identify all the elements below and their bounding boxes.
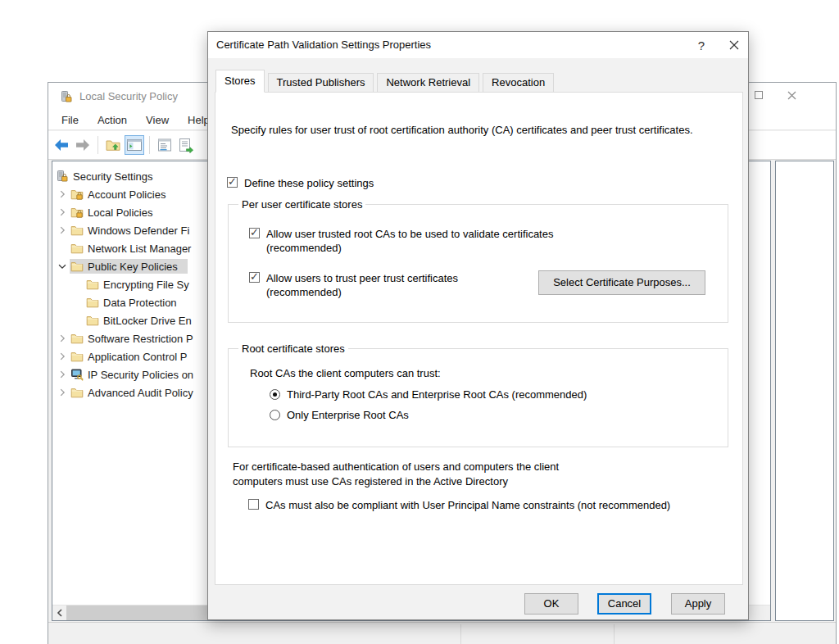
chevron-right-icon[interactable] bbox=[55, 368, 70, 381]
checkbox-sublabel: (recommended) bbox=[266, 285, 458, 299]
properties-icon[interactable] bbox=[155, 135, 175, 155]
forward-icon[interactable] bbox=[73, 135, 93, 155]
back-icon[interactable] bbox=[52, 135, 71, 155]
allow-root-ca-checkbox[interactable] bbox=[249, 228, 260, 238]
auth-note-line: computers must use CAs registered in the… bbox=[233, 474, 559, 489]
chevron-down-icon[interactable] bbox=[55, 260, 70, 273]
tree-item-label: Account Policies bbox=[84, 188, 166, 201]
folder-icon bbox=[70, 242, 84, 255]
root-ca-prompt: Root CAs the client computers can trust: bbox=[250, 367, 441, 379]
dialog-title: Certificate Path Validation Settings Pro… bbox=[216, 39, 431, 51]
properties-dialog: Certificate Path Validation Settings Pro… bbox=[207, 31, 749, 620]
computer-key-icon bbox=[70, 368, 84, 381]
statusbar-divider bbox=[614, 624, 615, 644]
security-icon bbox=[56, 170, 70, 183]
toolbar-separator bbox=[149, 136, 150, 154]
tab-trusted-publishers[interactable]: Trusted Publishers bbox=[268, 73, 374, 93]
folder-icon bbox=[86, 296, 100, 309]
toolbar-separator bbox=[98, 136, 98, 154]
apply-button[interactable]: Apply bbox=[671, 593, 725, 615]
close-icon[interactable] bbox=[778, 83, 805, 107]
window-title: Local Security Policy bbox=[79, 90, 178, 102]
export-list-icon[interactable] bbox=[176, 135, 196, 155]
group-title: Root certificate stores bbox=[238, 342, 348, 355]
tab-revocation[interactable]: Revocation bbox=[483, 73, 554, 93]
group-title: Per user certificate stores bbox=[238, 198, 365, 211]
folder-icon bbox=[70, 260, 84, 273]
expander-slot bbox=[70, 296, 85, 309]
folder-icon bbox=[70, 332, 84, 345]
dialog-close-icon[interactable] bbox=[719, 32, 749, 58]
define-policy-checkbox[interactable] bbox=[227, 177, 238, 188]
tree-item-label: Software Restriction P bbox=[84, 333, 193, 345]
security-policy-app-icon bbox=[60, 90, 73, 103]
folder-lock-icon bbox=[70, 188, 84, 201]
tree-item-label: BitLocker Drive En bbox=[100, 315, 192, 327]
allow-peer-trust-checkbox[interactable] bbox=[249, 272, 260, 283]
screen: Local Security Policy FileActionViewHelp bbox=[0, 0, 839, 644]
checkbox-label: Allow user trusted root CAs to be used t… bbox=[266, 227, 553, 241]
tab-network-retrieval[interactable]: Network Retrieval bbox=[377, 73, 479, 93]
folder-up-icon[interactable] bbox=[103, 135, 123, 155]
auth-note-line: For certificate-based authentication of … bbox=[233, 460, 559, 474]
tree-item-label: Network List Manager bbox=[84, 243, 191, 255]
status-bar bbox=[48, 622, 836, 644]
folder-icon bbox=[86, 314, 100, 327]
tree-item-label: Security Settings bbox=[70, 170, 153, 183]
expander-slot bbox=[70, 278, 85, 291]
tree-item-label: Public Key Policies bbox=[84, 261, 178, 273]
details-pane bbox=[775, 161, 834, 621]
tree-item-label: Local Policies bbox=[84, 206, 153, 219]
auth-note: For certificate-based authentication of … bbox=[233, 460, 559, 489]
checkbox-label: Define these policy settings bbox=[244, 176, 374, 190]
third-party-root-ca-radio[interactable] bbox=[270, 389, 280, 400]
dialog-titlebar: Certificate Path Validation Settings Pro… bbox=[208, 32, 748, 58]
radio-label: Third-Party Root CAs and Enterprise Root… bbox=[287, 388, 587, 401]
intro-text: Specify rules for user trust of root cer… bbox=[231, 124, 693, 136]
tree-item-label: Data Protection bbox=[100, 297, 177, 309]
chevron-right-icon[interactable] bbox=[55, 350, 70, 363]
folder-icon bbox=[86, 278, 100, 291]
expander-slot bbox=[70, 314, 85, 327]
scroll-left-icon[interactable] bbox=[52, 605, 66, 620]
tab-stores[interactable]: Stores bbox=[215, 70, 265, 93]
folder-icon bbox=[70, 350, 84, 363]
per-user-certificate-stores-group: Per user certificate stores Allow user t… bbox=[228, 204, 728, 323]
help-icon[interactable]: ? bbox=[683, 32, 719, 58]
folder-lock-icon bbox=[70, 206, 84, 219]
menu-view[interactable]: View bbox=[146, 114, 169, 126]
cancel-button[interactable]: Cancel bbox=[597, 593, 651, 615]
checkbox-label: CAs must also be compliant with User Pri… bbox=[265, 498, 670, 512]
expander-slot bbox=[55, 242, 70, 255]
select-certificate-purposes-button[interactable]: Select Certificate Purposes... bbox=[538, 270, 705, 295]
menu-file[interactable]: File bbox=[61, 114, 79, 126]
upn-constraints-checkbox[interactable] bbox=[248, 499, 259, 510]
tree-item-label: IP Security Policies on bbox=[84, 369, 193, 381]
root-certificate-stores-group: Root certificate stores Root CAs the cli… bbox=[228, 348, 728, 447]
tree-item-label: Encrypting File Sy bbox=[100, 279, 189, 291]
tree-item-label: Advanced Audit Policy bbox=[84, 387, 193, 399]
tree-item-label: Windows Defender Fi bbox=[84, 224, 189, 237]
checkbox-label: Allow users to trust peer trust certific… bbox=[266, 271, 458, 285]
chevron-right-icon[interactable] bbox=[55, 206, 70, 219]
ok-button[interactable]: OK bbox=[524, 593, 578, 615]
folder-icon bbox=[70, 386, 84, 399]
checkbox-sublabel: (recommended) bbox=[266, 241, 553, 255]
dialog-tabs: StoresTrusted PublishersNetwork Retrieva… bbox=[215, 70, 557, 93]
radio-label: Only Enterprise Root CAs bbox=[287, 409, 409, 421]
chevron-right-icon[interactable] bbox=[55, 332, 70, 345]
chevron-right-icon[interactable] bbox=[55, 386, 70, 399]
console-tree-icon[interactable] bbox=[125, 135, 144, 155]
maximize-icon[interactable] bbox=[745, 83, 773, 107]
chevron-right-icon[interactable] bbox=[55, 224, 70, 237]
folder-icon bbox=[70, 224, 84, 237]
statusbar-divider bbox=[460, 624, 461, 644]
menu-action[interactable]: Action bbox=[98, 114, 127, 126]
menu-help[interactable]: Help bbox=[188, 114, 210, 126]
chevron-right-icon[interactable] bbox=[55, 188, 70, 201]
tree-item-label: Application Control P bbox=[84, 351, 187, 363]
only-enterprise-root-ca-radio[interactable] bbox=[270, 410, 280, 420]
